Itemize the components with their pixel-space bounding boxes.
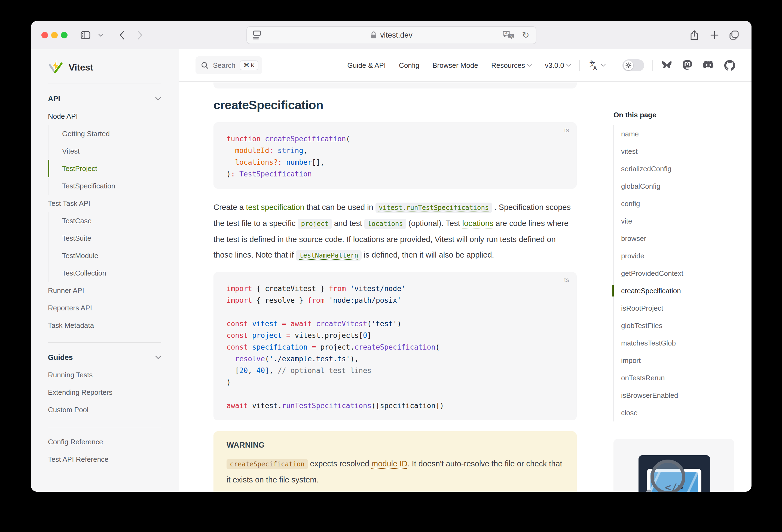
forward-button[interactable] (134, 21, 146, 49)
code-lines: import { createVitest } from 'vitest/nod… (226, 283, 564, 412)
svg-text:A: A (505, 31, 508, 35)
sidebar-item[interactable]: Runner API (48, 282, 161, 299)
nav-link-label: Guide & API (347, 61, 386, 70)
safari-window: vitest.dev A文 ↻ (31, 21, 751, 492)
back-button[interactable] (115, 21, 129, 49)
toc-item[interactable]: vitest (621, 143, 751, 160)
code-language-badge: ts (564, 276, 569, 284)
browser-toolbar: vitest.dev A文 ↻ (31, 21, 751, 50)
chevron-down-icon (601, 64, 606, 67)
toc-item[interactable]: matchesTestGlob (621, 334, 751, 352)
new-tab-icon[interactable] (707, 21, 722, 49)
bluesky-icon[interactable] (661, 60, 673, 71)
toc-item-label: globalConfig (621, 182, 661, 190)
github-icon[interactable] (724, 60, 735, 71)
inline-code-link[interactable]: testNamePattern (296, 250, 362, 260)
sidebar-item[interactable]: TestProject (48, 160, 161, 177)
sidebar-item[interactable]: TestSuite (48, 229, 161, 247)
toc-item[interactable]: import (621, 352, 751, 369)
toc-item[interactable]: getProvidedContext (621, 264, 751, 282)
sidebar-item[interactable]: TestCollection (48, 264, 161, 282)
theme-toggle[interactable] (623, 59, 644, 71)
toc-item[interactable]: isRootProject (621, 299, 751, 317)
search-button[interactable]: Search ⌘ K (196, 56, 262, 74)
sidebar-item[interactable]: Vitest (48, 142, 161, 160)
toc-item[interactable]: close (621, 404, 751, 422)
toc-item[interactable]: isBrowserEnabled (621, 387, 751, 404)
inline-code-link[interactable]: vitest.runTestSpecifications (376, 203, 492, 213)
brand[interactable]: Vitest (48, 59, 161, 75)
translate-icon[interactable]: A文 (502, 30, 515, 40)
toc-item-label: globTestFiles (621, 322, 663, 330)
sidebar-item[interactable]: Config Reference (48, 433, 161, 451)
language-switcher[interactable]: 文A (588, 60, 606, 71)
zoom-window-button[interactable] (61, 32, 68, 38)
reload-icon[interactable]: ↻ (522, 31, 529, 39)
code-line: await vitest.runTestSpecifications([spec… (226, 400, 564, 412)
minimize-window-button[interactable] (51, 32, 58, 38)
sidebar-toggle-icon[interactable] (78, 21, 93, 49)
toc-item[interactable]: browser (621, 230, 751, 247)
address-bar[interactable]: vitest.dev A文 ↻ (246, 26, 536, 44)
code-block-example[interactable]: ts import { createVitest } from 'vitest/… (213, 272, 577, 420)
toc-item[interactable]: name (621, 125, 751, 143)
code-language-badge: ts (564, 127, 569, 134)
previous-codeblock-tail (213, 82, 577, 88)
text: Create a (213, 203, 246, 212)
toc-list: namevitestserializedConfigglobalConfigco… (613, 125, 751, 422)
nav-menu-item[interactable]: Guide & API (347, 61, 386, 70)
toc-item[interactable]: vite (621, 212, 751, 230)
sidebar-item[interactable]: Running Tests (48, 366, 161, 384)
close-window-button[interactable] (41, 32, 48, 38)
code-line (226, 388, 564, 400)
sidebar-item[interactable]: TestModule (48, 247, 161, 264)
sidebar-item[interactable]: Task Metadata (48, 317, 161, 334)
sidebar-item[interactable]: TestCase (48, 212, 161, 229)
inline-link[interactable]: locations (462, 219, 493, 227)
sidebar-item-label: Reporters API (48, 304, 92, 312)
sidebar-group-references: Config ReferenceTest API Reference (48, 433, 161, 468)
sidebar-item[interactable]: Reporters API (48, 299, 161, 317)
text: expects resolved (308, 459, 372, 468)
sidebar-item[interactable]: Extending Reporters (48, 384, 161, 401)
sidebar-item[interactable]: Getting Started (48, 125, 161, 142)
sidebar-chevron-icon[interactable] (95, 21, 106, 49)
sidebar-section-guides[interactable]: Guides (48, 349, 161, 366)
carbon-ad[interactable]: </> (613, 439, 734, 492)
on-this-page: On this page namevitestserializedConfigg… (613, 111, 751, 422)
sidebar-section-api[interactable]: API (48, 90, 161, 108)
toc-item-label: serializedConfig (621, 165, 671, 173)
inline-link[interactable]: test specification (246, 203, 304, 212)
toc-item[interactable]: globTestFiles (621, 317, 751, 334)
sidebar-item[interactable]: Node API (48, 108, 161, 125)
sidebar-item-label: Custom Pool (48, 406, 88, 414)
social-links (661, 60, 735, 71)
discord-icon[interactable] (703, 61, 714, 70)
svg-text:文: 文 (510, 34, 513, 38)
inline-link[interactable]: module ID (371, 459, 407, 468)
toc-item[interactable]: provide (621, 247, 751, 264)
share-icon[interactable] (687, 21, 702, 49)
toc-item[interactable]: createSpecification (621, 282, 751, 299)
toc-item[interactable]: onTestsRerun (621, 369, 751, 387)
nav-menu-item[interactable]: Config (399, 61, 419, 70)
toc-item[interactable]: serializedConfig (621, 160, 751, 178)
sidebar-item[interactable]: TestSpecification (48, 177, 161, 195)
nav-menu-item[interactable]: Browser Mode (432, 61, 478, 70)
mastodon-icon[interactable] (682, 60, 693, 71)
code-line: function createSpecification( (226, 133, 564, 145)
sidebar-item[interactable]: Custom Pool (48, 401, 161, 419)
toc-item-label: createSpecification (621, 287, 681, 295)
chevron-down-icon (155, 356, 161, 359)
tab-overview-icon[interactable] (726, 21, 742, 49)
toc-item-label: vitest (621, 147, 638, 156)
toc-item[interactable]: globalConfig (621, 178, 751, 195)
code-line: const vitest = await createVitest('test'… (226, 318, 564, 330)
nav-menu-item[interactable]: v3.0.0 (545, 61, 571, 70)
sidebar-item[interactable]: Test Task API (48, 195, 161, 212)
sidebar-item[interactable]: Test API Reference (48, 451, 161, 468)
toc-item[interactable]: config (621, 195, 751, 212)
code-block-signature[interactable]: ts function createSpecification( moduleI… (213, 122, 577, 189)
sidebar-item-label: Extending Reporters (48, 388, 112, 397)
nav-menu-item[interactable]: Resources (491, 61, 532, 70)
